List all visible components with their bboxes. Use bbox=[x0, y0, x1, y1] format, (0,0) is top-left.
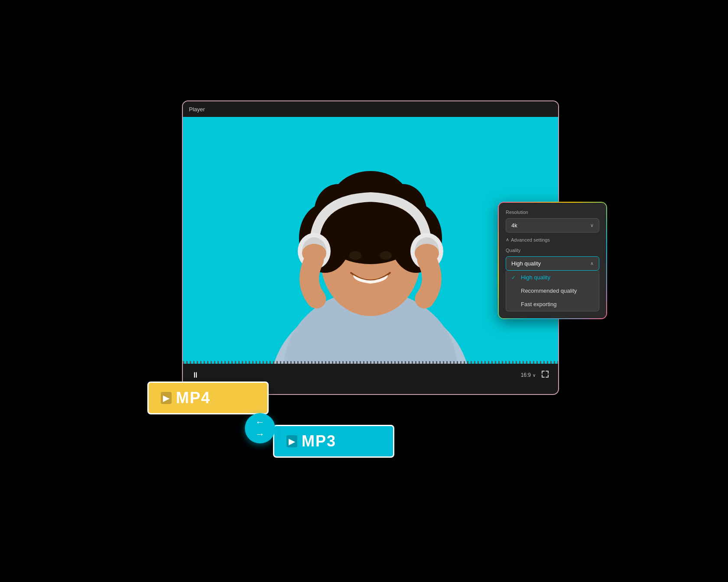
mp4-label: MP4 bbox=[176, 389, 211, 407]
quality-option-recommended-label: Recommended quality bbox=[521, 288, 577, 294]
advanced-settings-label: Advanced settings bbox=[511, 237, 550, 242]
check-placeholder: ✓ bbox=[511, 288, 517, 294]
arrow-right-icon: → bbox=[255, 429, 265, 440]
mp3-label: MP3 bbox=[302, 432, 336, 450]
check-placeholder2: ✓ bbox=[511, 301, 517, 307]
quality-option-fast[interactable]: ✓ Fast exporting bbox=[506, 297, 599, 311]
aspect-ratio-label: 16:9 bbox=[521, 372, 531, 378]
quality-option-high-label: High quality bbox=[521, 274, 550, 281]
mp4-badge: ▶ MP4 bbox=[147, 382, 269, 414]
pause-button[interactable]: ⏸ bbox=[192, 371, 199, 380]
mp3-badge: ▶ MP3 bbox=[273, 425, 394, 458]
aspect-ratio-button[interactable]: 16:9 ∨ bbox=[521, 372, 536, 378]
resolution-chevron-icon: ∨ bbox=[590, 223, 594, 228]
player-titlebar: Player bbox=[183, 101, 558, 117]
quality-selected-value: High quality bbox=[511, 260, 541, 267]
resolution-label: Resolution bbox=[506, 210, 599, 215]
check-icon: ✓ bbox=[511, 275, 517, 281]
convert-arrows-icon: ← → bbox=[255, 417, 265, 440]
advanced-settings-toggle[interactable]: ∧ Advanced settings bbox=[506, 237, 599, 242]
svg-point-17 bbox=[302, 244, 326, 263]
quality-option-fast-label: Fast exporting bbox=[521, 301, 556, 307]
quality-option-high[interactable]: ✓ High quality bbox=[506, 271, 599, 284]
video-progress-dots bbox=[183, 361, 558, 364]
arrow-left-icon: ← bbox=[255, 417, 265, 428]
quality-chevron-icon: ∧ bbox=[590, 261, 594, 266]
player-title: Player bbox=[189, 106, 205, 113]
mp3-play-icon: ▶ bbox=[286, 435, 297, 447]
resolution-select[interactable]: 4k ∨ bbox=[506, 218, 599, 233]
quality-select[interactable]: High quality ∧ bbox=[506, 256, 599, 271]
convert-button[interactable]: ← → bbox=[245, 413, 275, 443]
quality-dropdown: ✓ High quality ✓ Recommended quality ✓ F… bbox=[506, 271, 599, 311]
svg-point-18 bbox=[415, 244, 439, 263]
scene: Player bbox=[126, 74, 602, 508]
settings-panel: Resolution 4k ∨ ∧ Advanced settings Qual… bbox=[498, 202, 607, 319]
quality-option-recommended[interactable]: ✓ Recommended quality bbox=[506, 284, 599, 297]
mp4-play-icon: ▶ bbox=[161, 392, 172, 404]
resolution-value: 4k bbox=[511, 222, 517, 229]
settings-panel-inner: Resolution 4k ∨ ∧ Advanced settings Qual… bbox=[499, 203, 606, 318]
fullscreen-button[interactable] bbox=[541, 370, 549, 380]
svg-point-12 bbox=[380, 251, 392, 260]
aspect-ratio-chevron: ∨ bbox=[533, 373, 536, 378]
quality-label: Quality bbox=[506, 248, 599, 253]
advanced-chevron-icon: ∧ bbox=[506, 237, 509, 242]
svg-point-11 bbox=[349, 251, 361, 260]
